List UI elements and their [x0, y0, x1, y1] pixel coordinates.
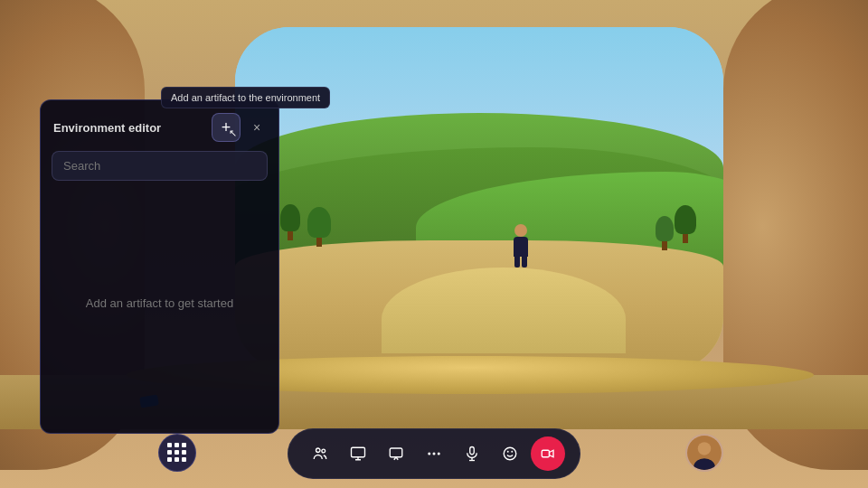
- virtual-avatar: [514, 224, 528, 267]
- svg-rect-2: [352, 447, 365, 457]
- screen-share-button[interactable]: [341, 436, 375, 471]
- present-button[interactable]: [379, 436, 413, 471]
- tree-4: [656, 216, 674, 250]
- tooltip-text: Add an artifact to the environment: [171, 92, 320, 103]
- empty-state-text: Add an artifact to get started: [86, 296, 233, 310]
- more-icon: [426, 446, 442, 462]
- main-toolbar: [0, 428, 868, 479]
- svg-point-0: [316, 448, 321, 453]
- avatar-face-icon: [687, 436, 722, 470]
- tree-3: [675, 205, 696, 243]
- search-input[interactable]: [52, 151, 268, 181]
- cursor-icon: ↖: [229, 127, 237, 139]
- svg-rect-13: [542, 450, 549, 457]
- svg-point-15: [698, 442, 711, 455]
- svg-rect-3: [390, 448, 402, 457]
- tree-1: [280, 204, 300, 240]
- svg-rect-7: [470, 447, 475, 455]
- svg-point-1: [322, 449, 326, 453]
- tooltip: Add an artifact to the environment: [161, 87, 330, 108]
- svg-point-10: [504, 447, 516, 460]
- avatar-legs: [514, 257, 527, 267]
- toolbar-pill: [288, 428, 580, 479]
- svg-point-5: [433, 453, 436, 455]
- empty-state: Add an artifact to get started: [41, 190, 278, 416]
- search-container: [41, 151, 278, 190]
- more-button[interactable]: [417, 436, 451, 471]
- avatar-button-container: [685, 434, 723, 472]
- record-button[interactable]: [531, 436, 565, 471]
- tree-2: [307, 207, 331, 247]
- present-icon: [388, 446, 404, 462]
- screen-share-icon: [350, 446, 366, 462]
- microphone-icon: [464, 446, 480, 462]
- panel-title: Environment editor: [53, 121, 161, 135]
- close-button[interactable]: ×: [248, 118, 266, 136]
- environment-editor-panel: Environment editor + ↖ × Add an artifact…: [40, 99, 279, 434]
- panel-header-actions: + ↖ ×: [212, 113, 266, 142]
- avatar-head: [514, 224, 527, 237]
- add-artifact-button[interactable]: + ↖: [212, 113, 241, 142]
- svg-point-6: [438, 453, 440, 455]
- microphone-button[interactable]: [455, 436, 489, 471]
- user-avatar-button[interactable]: [685, 434, 723, 472]
- emoji-icon: [502, 446, 518, 462]
- svg-point-4: [428, 453, 430, 455]
- avatar-body: [514, 237, 528, 257]
- window-opening: [235, 27, 723, 371]
- people-button[interactable]: [303, 436, 337, 471]
- record-icon: [540, 446, 556, 462]
- emoji-button[interactable]: [493, 436, 527, 471]
- people-icon: [312, 446, 328, 462]
